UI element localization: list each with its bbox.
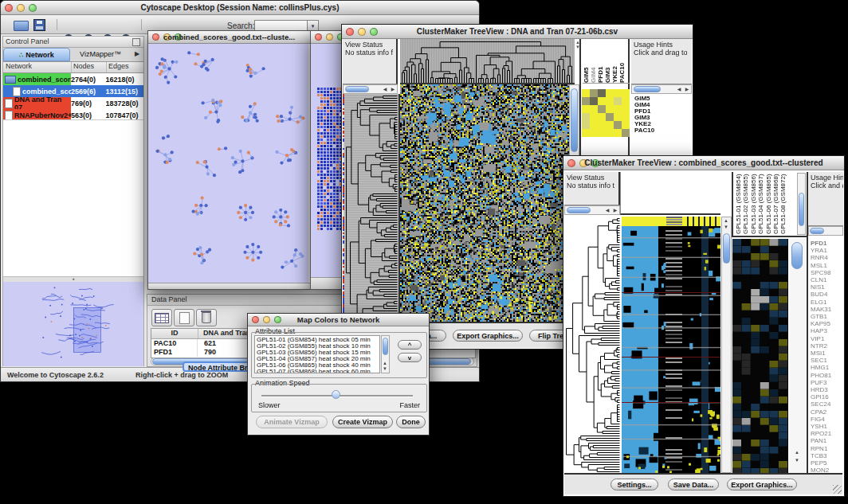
col-edges[interactable]: Edges bbox=[107, 62, 143, 72]
treeview1-titlebar[interactable]: ClusterMaker TreeView : DNA and Tran 07-… bbox=[342, 25, 693, 39]
desktop: Cytoscape Desktop (Session Name: collins… bbox=[0, 0, 848, 504]
tv2-heat-vscrollbar[interactable]: ▲▼ bbox=[721, 217, 732, 473]
network-row-combined-scores[interactable]: combined_scores 2764(0) 16218(0) bbox=[3, 73, 143, 85]
treeview2-titlebar[interactable]: ClusterMaker TreeView : combined_scores_… bbox=[563, 156, 844, 170]
network-window-footer bbox=[148, 283, 310, 289]
faster-label: Faster bbox=[399, 401, 420, 409]
close-icon[interactable] bbox=[315, 33, 322, 41]
tv1-zoom-heatmap[interactable] bbox=[582, 89, 630, 138]
tv1-global-heatmap[interactable] bbox=[400, 84, 569, 322]
tv2-array-labels-scrollbar[interactable] bbox=[797, 173, 806, 235]
tv2-view-status: View Status No status info t bbox=[564, 172, 620, 205]
folder-icon bbox=[5, 76, 16, 84]
dialog-titlebar[interactable]: Map Colors to Network bbox=[248, 314, 429, 326]
tv1-hints-hscrollbar[interactable]: ◀▶ bbox=[631, 84, 692, 94]
attribute-list-scrollbar[interactable]: ▲▼ bbox=[381, 335, 390, 373]
document-icon bbox=[13, 87, 21, 96]
tv2-array-labels-panel: GPL51-01 (GSM854)GPL51-02 (GSM855)GPL51-… bbox=[732, 172, 807, 237]
tab-network[interactable]: ∴ Network bbox=[3, 48, 70, 61]
network-canvas[interactable] bbox=[148, 44, 308, 283]
attribute-list[interactable]: GPL51-01 (GSM854) heat shock 05 minGPL51… bbox=[254, 335, 380, 373]
export-graphics-button[interactable]: Export Graphics... bbox=[727, 479, 797, 490]
network-view-window: combined_scores_good.txt--cluste... bbox=[147, 30, 311, 290]
save-disk-icon bbox=[33, 19, 45, 31]
blank-page-icon bbox=[179, 312, 190, 324]
table-icon bbox=[155, 313, 169, 323]
data-col-id[interactable]: ID bbox=[151, 329, 198, 338]
tv2-gene-dendrogram[interactable] bbox=[564, 217, 621, 473]
status-hint-zoom: Right-click + drag to ZOOM bbox=[135, 371, 228, 379]
search-label: Search: bbox=[227, 21, 254, 30]
tv2-hints-hscrollbar[interactable] bbox=[808, 226, 843, 236]
tab-vizmapper[interactable]: VizMapper™ bbox=[70, 48, 131, 61]
attribute-select-button[interactable] bbox=[151, 309, 172, 326]
data-panel-title: Data Panel bbox=[151, 295, 187, 303]
main-titlebar[interactable]: Cytoscape Desktop (Session Name: collins… bbox=[1, 1, 479, 15]
tv2-status-hscrollbar[interactable]: ◀▶ bbox=[564, 205, 620, 215]
document-icon bbox=[5, 111, 13, 120]
treeview2-title: ClusterMaker TreeView : combined_scores_… bbox=[563, 158, 844, 167]
tv1-view-status: View Status No status info f bbox=[343, 39, 398, 84]
tv2-usage-hints: Usage Hints Click and drag to bbox=[808, 172, 843, 226]
map-colors-dialog: Map Colors to Network Attribute List GPL… bbox=[247, 313, 430, 436]
network-tab-icon: ∴ bbox=[19, 51, 24, 59]
open-folder-icon bbox=[14, 21, 29, 31]
tv2-button-bar: Settings... Save Data... Export Graphics… bbox=[564, 473, 842, 494]
tv2-gene-labels: PFD1YRA1RNR4MSL1SPC98CLN1NIS1BUD4ELG1MAK… bbox=[808, 239, 843, 473]
slider-thumb[interactable] bbox=[332, 390, 340, 399]
animation-speed-group: Slower Faster bbox=[251, 384, 427, 412]
treeview1-title: ClusterMaker TreeView : DNA and Tran 07-… bbox=[342, 27, 693, 36]
tv2-array-labels: GPL51-01 (GSM854)GPL51-02 (GSM855)GPL51-… bbox=[735, 172, 787, 234]
animate-vizmap-button[interactable]: Animate Vizmap bbox=[256, 416, 328, 428]
open-file-button[interactable] bbox=[14, 18, 29, 33]
float-panel-icon[interactable] bbox=[132, 38, 140, 46]
col-network[interactable]: Network bbox=[3, 62, 72, 72]
network-row-selected[interactable]: combined_sco 2569(6) 13112(15) bbox=[3, 85, 143, 97]
network-row-dna-tran[interactable]: DNA and Tran 07 769(0) 183728(0) bbox=[3, 97, 143, 109]
network-overview-canvas[interactable] bbox=[3, 282, 143, 366]
tv2-array-dendrogram-area bbox=[620, 172, 720, 215]
network-list-whitespace bbox=[3, 119, 143, 277]
save-button[interactable] bbox=[33, 18, 45, 32]
network-window-title: combined_scores_good.txt--cluste... bbox=[148, 33, 310, 41]
document-icon bbox=[5, 99, 13, 108]
settings-button[interactable]: Settings... bbox=[610, 479, 658, 490]
tv2-zoom-vscrollbar[interactable]: ▲▼ bbox=[790, 239, 806, 473]
new-attribute-button[interactable] bbox=[174, 309, 194, 326]
control-panel: Control Panel ∴ Network VizMapper™ ▶ Net… bbox=[2, 36, 144, 366]
treeview2-window: ClusterMaker TreeView : combined_scores_… bbox=[563, 155, 845, 497]
tv1-array-dendrogram[interactable] bbox=[400, 39, 575, 84]
tv1-usage-hints: Usage Hints Click and drag to bbox=[631, 39, 692, 84]
tv2-global-heatmap[interactable] bbox=[622, 217, 720, 473]
control-panel-title: Control Panel bbox=[6, 37, 49, 45]
tv1-gene-dendrogram[interactable] bbox=[343, 94, 400, 322]
tab-overflow-button[interactable]: ▶ bbox=[131, 48, 143, 61]
move-up-button[interactable]: ^ bbox=[398, 340, 422, 350]
col-nodes[interactable]: Nodes bbox=[72, 62, 107, 72]
delete-attribute-button[interactable] bbox=[196, 309, 217, 326]
network-window-titlebar[interactable]: combined_scores_good.txt--cluste... bbox=[148, 31, 310, 44]
main-window-title: Cytoscape Desktop (Session Name: collins… bbox=[1, 3, 479, 12]
export-graphics-button[interactable]: Export Graphics... bbox=[453, 330, 523, 342]
save-data-button[interactable]: Save Data... bbox=[668, 479, 719, 490]
trash-icon bbox=[202, 312, 211, 323]
done-button[interactable]: Done bbox=[396, 416, 426, 428]
dialog-title: Map Colors to Network bbox=[248, 315, 429, 324]
minimize-icon[interactable] bbox=[326, 33, 333, 41]
move-down-button[interactable]: v bbox=[398, 353, 422, 362]
tv2-zoom-heatmap[interactable] bbox=[732, 239, 788, 473]
tv1-column-labels: GIM5GIM4PFD1GIM3YKE2PAC10 bbox=[583, 39, 630, 84]
status-welcome: Welcome to Cytoscape 2.6.2 bbox=[7, 371, 104, 379]
tv1-status-hscrollbar[interactable]: ◀▶ bbox=[343, 84, 398, 94]
slower-label: Slower bbox=[258, 401, 281, 409]
create-vizmap-button[interactable]: Create Vizmap bbox=[332, 416, 393, 428]
resize-grip[interactable] bbox=[833, 485, 842, 494]
